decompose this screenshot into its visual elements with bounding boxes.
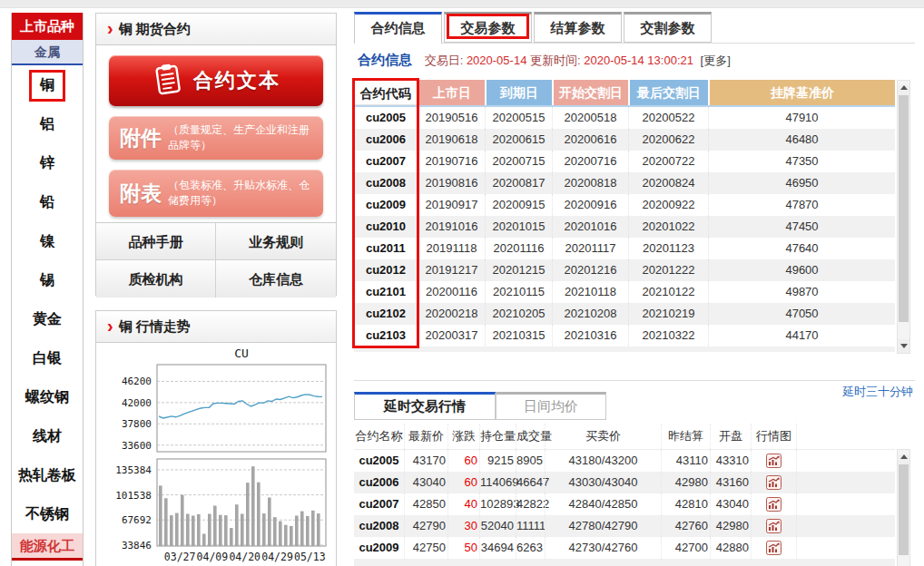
more-link[interactable]: [更多]: [701, 54, 731, 67]
trade-date-value: 2020-05-14: [467, 54, 527, 67]
table-cell: 20200218: [418, 303, 485, 325]
table-cell: 20190917: [418, 194, 485, 216]
scrollbar-down-button[interactable]: [898, 339, 909, 353]
table-row: cu20092019091720200915202009162020092247…: [354, 194, 895, 216]
table-cell: 20200824: [628, 172, 708, 194]
tab-日间均价[interactable]: 日间均价: [496, 392, 606, 420]
sidebar-item-label: 白银: [33, 350, 62, 366]
sidebar-item-label: 铅: [40, 194, 54, 210]
table-cell: 20210208: [552, 303, 628, 325]
sidebar-item-螺纹钢[interactable]: 螺纹钢: [12, 377, 83, 416]
contract-name-cell: cu2008: [354, 515, 404, 537]
last-price-cell: 42850: [404, 493, 447, 515]
contract-table-scrollbar[interactable]: [897, 80, 910, 354]
tab-合约信息[interactable]: 合约信息: [354, 12, 442, 44]
volume-cell: 6263: [516, 537, 545, 559]
sidebar-item-label: 锌: [40, 155, 54, 171]
table-row: cu20122019121720201215202012162020122249…: [354, 259, 895, 281]
bid-ask-cell: 42840/42850: [545, 493, 661, 515]
svg-text:04/29: 04/29: [261, 551, 293, 563]
sidebar-item-铜[interactable]: 铜: [12, 65, 83, 104]
panel-link-2[interactable]: 质检机构: [96, 260, 216, 298]
sidebar-item-锡[interactable]: 锡: [12, 260, 83, 299]
market-table-scrollbar[interactable]: [897, 449, 910, 566]
change-cell: 40: [447, 493, 479, 515]
presettle-cell: 42700: [661, 537, 710, 559]
appendix-button[interactable]: 附表 （包装标准、升贴水标准、仓储费用等）: [109, 170, 323, 217]
table-cell: 20200818: [552, 172, 628, 194]
contract-panel: › 铜 期货合约 合约文本 附件 （质量规: [95, 13, 337, 296]
chart-icon[interactable]: [751, 515, 796, 537]
info-title: 合约信息: [358, 52, 412, 67]
row-filler: [796, 472, 895, 493]
header-filler: [796, 424, 895, 449]
tab-结算参数[interactable]: 结算参数: [534, 12, 622, 43]
table-cell: 20201116: [485, 238, 552, 259]
table-cell: 20201016: [552, 216, 628, 238]
table-cell: 20200518: [552, 107, 628, 129]
header-cell: 合约名称: [354, 424, 404, 449]
sidebar-item-铅[interactable]: 铅: [12, 182, 83, 221]
open-price-cell: 43160: [710, 472, 751, 493]
row-filler: [796, 537, 895, 559]
chart-icon[interactable]: [751, 493, 796, 515]
table-cell: 47870: [708, 194, 895, 216]
market-row-partial: [354, 559, 895, 566]
table-cell: 20200722: [628, 151, 708, 172]
panel-link-0[interactable]: 品种手册: [96, 223, 216, 260]
contract-panel-body: 合约文本 附件 （质量规定、生产企业和注册品牌等） 附表 （包装标准、升贴水标准…: [96, 45, 336, 222]
sidebar-section-energy[interactable]: 能源化工: [12, 533, 83, 561]
svg-text:46200: 46200: [122, 376, 152, 387]
sidebar-item-镍[interactable]: 镍: [12, 221, 83, 260]
chart-icon[interactable]: [751, 537, 796, 559]
contract-name-cell: cu2005: [354, 450, 404, 472]
svg-text:101538: 101538: [115, 490, 152, 502]
table-cell: 46480: [708, 129, 895, 151]
header-cell: 最新价: [404, 424, 447, 449]
market-row: cu20084279030520401111142780/42790427604…: [354, 515, 895, 537]
sidebar-item-黄金[interactable]: 黄金: [12, 299, 83, 338]
market-row: cu200742850401028934282242840/4285042810…: [354, 493, 895, 515]
contract-text-button[interactable]: 合约文本: [109, 55, 323, 106]
attachment-button[interactable]: 附件 （质量规定、生产企业和注册品牌等）: [109, 116, 323, 160]
sidebar-item-白银[interactable]: 白银: [12, 338, 83, 377]
header-cell: 涨跌: [447, 424, 479, 449]
tab-交易参数[interactable]: 交易参数: [444, 12, 532, 43]
info-line: 合约信息 交易日: 2020-05-14 更新时间: 2020-05-14 13…: [358, 52, 915, 72]
sidebar-section-metal[interactable]: 金属: [12, 40, 83, 65]
update-time-label: 更新时间:: [530, 54, 581, 67]
scrollbar-thumb[interactable]: [899, 464, 909, 555]
table-cell: 47640: [708, 238, 895, 259]
sidebar-item-热轧卷板[interactable]: 热轧卷板: [12, 455, 83, 494]
tab-交割参数[interactable]: 交割参数: [624, 12, 712, 43]
tab-延时交易行情[interactable]: 延时交易行情: [354, 392, 496, 420]
table-cell: 20200116: [418, 281, 485, 303]
contract-code-cell: cu2102: [354, 303, 418, 325]
table-cell: 20191016: [418, 216, 485, 238]
change-cell: 60: [447, 472, 479, 493]
contract-name-cell: cu2007: [354, 493, 404, 515]
sidebar-item-线材[interactable]: 线材: [12, 416, 83, 455]
panel-link-1[interactable]: 业务规则: [216, 223, 336, 260]
svg-text:CU: CU: [234, 346, 249, 360]
open-price-cell: 43310: [710, 450, 751, 472]
contract-name-cell: cu2009: [354, 537, 404, 559]
presettle-cell: 42760: [661, 515, 710, 537]
scrollbar-thumb[interactable]: [899, 95, 909, 322]
header-cell: 上市日: [418, 80, 485, 105]
table-cell: 20200515: [485, 107, 552, 129]
row-filler: [796, 450, 895, 472]
sidebar-item-不锈钢[interactable]: 不锈钢: [12, 494, 83, 533]
panel-link-3[interactable]: 仓库信息: [216, 260, 336, 298]
chart-icon[interactable]: [751, 450, 796, 472]
sidebar-item-锌[interactable]: 锌: [12, 143, 83, 182]
open-interest-cell: 52040: [479, 515, 516, 537]
header-cell: 持仓量: [479, 424, 516, 449]
header-cell: 挂牌基准价: [708, 80, 895, 105]
presettle-cell: 42810: [661, 493, 710, 515]
table-cell: 20190516: [418, 107, 485, 129]
chart-icon[interactable]: [751, 472, 796, 493]
sidebar-item-铝[interactable]: 铝: [12, 104, 83, 143]
svg-text:04/09: 04/09: [197, 551, 229, 563]
last-price-cell: 43170: [404, 450, 447, 472]
